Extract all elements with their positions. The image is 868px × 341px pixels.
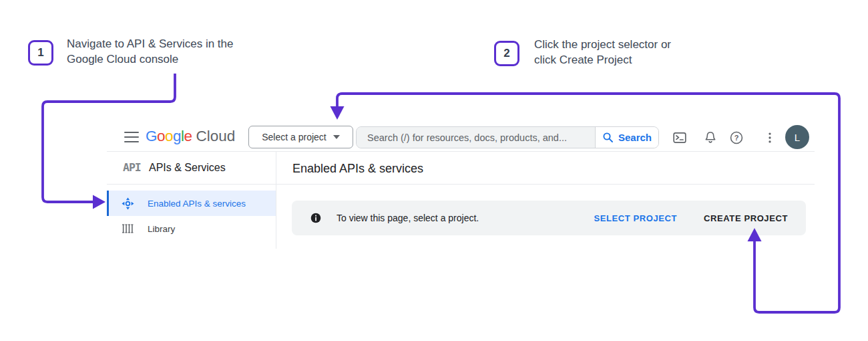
api-product-logo: API <box>123 161 141 174</box>
global-search-bar: Search <box>356 126 659 148</box>
select-project-button[interactable]: SELECT PROJECT <box>592 209 678 227</box>
cloud-shell-terminal-icon[interactable] <box>672 130 687 145</box>
magnifier-icon <box>602 132 614 143</box>
svg-text:?: ? <box>734 134 739 142</box>
columns-icon <box>121 222 134 235</box>
step-1-line-2: Google Cloud console <box>67 51 233 67</box>
google-cloud-logo: Google Cloud <box>146 128 235 145</box>
more-vertical-dots-icon[interactable] <box>763 130 777 145</box>
info-circle-icon <box>310 213 321 223</box>
sidebar-item-enabled-apis[interactable]: Enabled APIs & services <box>107 191 276 216</box>
notifications-bell-icon[interactable] <box>703 130 718 145</box>
notice-actions: SELECT PROJECT CREATE PROJECT <box>592 209 789 227</box>
step-2-line-2: click Create Project <box>534 52 671 68</box>
caret-down-icon <box>333 135 340 139</box>
sidebar-item-label: Enabled APIs & services <box>148 199 246 209</box>
step-2-instruction: Click the project selector or click Crea… <box>534 37 671 68</box>
step-2-line-1: Click the project selector or <box>534 37 671 52</box>
step-1-instruction: Navigate to API & Services in the Google… <box>67 36 233 67</box>
select-project-notice: To view this page, select a project. SEL… <box>292 201 806 235</box>
sidebar-vertical-divider <box>276 152 276 249</box>
sidebar-item-library[interactable]: Library <box>107 216 276 241</box>
google-logo-wordmark: Google <box>146 128 192 145</box>
search-button[interactable]: Search <box>595 127 658 148</box>
google-logo-cloud-text: Cloud <box>196 128 236 145</box>
compass-arrows-icon <box>121 197 134 210</box>
project-selector-button[interactable]: Select a project <box>248 126 353 148</box>
step-1-badge: 1 <box>28 40 53 66</box>
step-1-number: 1 <box>37 46 43 60</box>
avatar-initial: L <box>795 132 800 143</box>
project-selector-label: Select a project <box>262 132 327 142</box>
step-1-line-1: Navigate to API & Services in the <box>67 36 233 51</box>
page-title: Enabled APIs & services <box>292 162 423 176</box>
account-avatar[interactable]: L <box>785 125 809 149</box>
help-question-icon[interactable]: ? <box>729 130 744 145</box>
section-horizontal-divider <box>107 184 815 185</box>
search-button-label: Search <box>618 132 652 143</box>
console-top-bar: Google Cloud Select a project Search <box>107 122 815 152</box>
page: 1 Navigate to API & Services in the Goog… <box>0 0 868 341</box>
sidebar-item-label: Library <box>148 224 175 234</box>
create-project-button[interactable]: CREATE PROJECT <box>702 209 789 227</box>
search-input[interactable] <box>357 127 595 148</box>
menu-hamburger-icon[interactable] <box>124 132 139 142</box>
step-2-badge: 2 <box>494 41 519 66</box>
sidebar-title: APIs & Services <box>149 162 226 174</box>
step-2-number: 2 <box>503 47 509 60</box>
notice-text: To view this page, select a project. <box>337 213 479 223</box>
